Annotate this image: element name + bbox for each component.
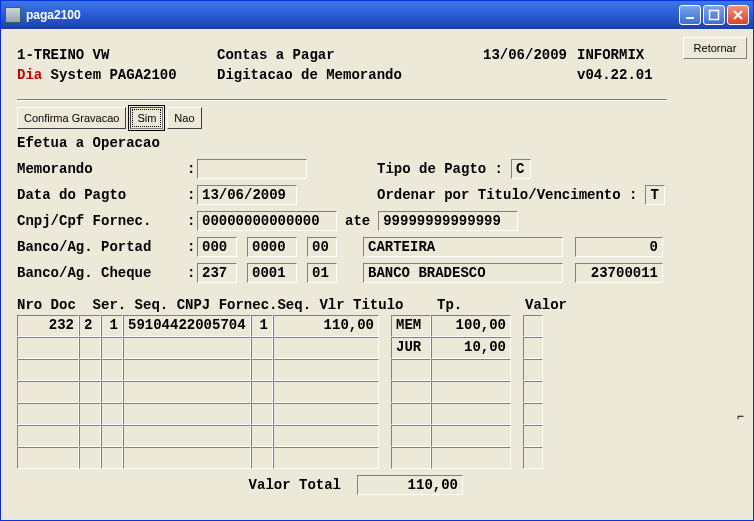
header-date: 13/06/2009 (467, 45, 577, 65)
portad-ag-input[interactable] (247, 237, 297, 257)
cell-seq2[interactable] (251, 381, 273, 403)
cell-flag[interactable] (523, 359, 543, 381)
grid-flags (523, 315, 543, 469)
portad-banco-input[interactable] (197, 237, 237, 257)
cell-tp[interactable]: JUR (391, 337, 431, 359)
cell-flag[interactable] (523, 403, 543, 425)
cell-ser[interactable] (79, 337, 101, 359)
cell-flag[interactable] (523, 447, 543, 469)
cell-tp[interactable] (391, 447, 431, 469)
section-label: Efetua a Operacao (17, 135, 667, 151)
cell-tp[interactable] (391, 425, 431, 447)
cell-vlr[interactable]: 110,00 (273, 315, 379, 337)
cell-seq[interactable] (101, 447, 123, 469)
cell-tp[interactable] (391, 359, 431, 381)
cell-ser[interactable] (79, 381, 101, 403)
cell-flag[interactable] (523, 337, 543, 359)
cell-nrodoc[interactable] (17, 337, 79, 359)
table-headers: Nro Doc Ser. Seq. CNPJ Fornec.Seq. Vlr T… (17, 297, 667, 313)
cheque-ag-input[interactable] (247, 263, 297, 283)
cnpj-label: Cnpj/Cpf Fornec. (17, 213, 187, 229)
cell-seq2[interactable] (251, 337, 273, 359)
cell-vlr[interactable] (273, 447, 379, 469)
cnpj-from-input[interactable] (197, 211, 337, 231)
row-memorando: Memorando : Tipo de Pagto : (17, 159, 667, 179)
cell-ser[interactable] (79, 425, 101, 447)
cell-seq2[interactable] (251, 425, 273, 447)
cell-vlr[interactable] (273, 425, 379, 447)
side-panel: Retornar ⌐ (683, 35, 747, 514)
cell-flag[interactable] (523, 381, 543, 403)
cell-valor[interactable]: 10,00 (431, 337, 511, 359)
cell-seq[interactable] (101, 403, 123, 425)
cell-vlr[interactable] (273, 403, 379, 425)
cell-valor[interactable]: 100,00 (431, 315, 511, 337)
cell-vlr[interactable] (273, 337, 379, 359)
cell-seq[interactable] (101, 337, 123, 359)
nao-button[interactable]: Nao (167, 107, 201, 129)
cheque-banco-input[interactable] (197, 263, 237, 283)
cheque-num-input[interactable] (575, 263, 663, 283)
sim-button[interactable]: Sim (130, 107, 163, 129)
portad-nome-input[interactable] (363, 237, 563, 257)
cheque-dig-input[interactable] (307, 263, 337, 283)
memorando-input[interactable] (197, 159, 307, 179)
cell-cnpj[interactable] (123, 425, 251, 447)
cell-valor[interactable] (431, 359, 511, 381)
cell-cnpj[interactable] (123, 359, 251, 381)
cell-ser[interactable] (79, 359, 101, 381)
cell-nrodoc[interactable] (17, 403, 79, 425)
divider (17, 99, 667, 101)
cnpj-to-input[interactable] (378, 211, 518, 231)
cell-seq[interactable] (101, 425, 123, 447)
cell-seq2[interactable] (251, 359, 273, 381)
cell-tp[interactable] (391, 381, 431, 403)
cell-valor[interactable] (431, 381, 511, 403)
data-pagto-input[interactable] (197, 185, 297, 205)
cell-cnpj[interactable] (123, 337, 251, 359)
cell-seq2[interactable] (251, 403, 273, 425)
header-module: Contas a Pagar (217, 45, 467, 65)
cell-nrodoc[interactable] (17, 447, 79, 469)
portad-dig-input[interactable] (307, 237, 337, 257)
cell-vlr[interactable] (273, 359, 379, 381)
tipo-pagto-label: Tipo de Pagto : (317, 161, 511, 177)
portad-saldo-input[interactable] (575, 237, 663, 257)
cell-vlr[interactable] (273, 381, 379, 403)
cell-valor[interactable] (431, 403, 511, 425)
cheque-nome-input[interactable] (363, 263, 563, 283)
ordenar-input[interactable] (645, 185, 665, 205)
cell-seq2[interactable]: 1 (251, 315, 273, 337)
app-icon (5, 7, 21, 23)
cell-valor[interactable] (431, 447, 511, 469)
cell-tp[interactable] (391, 403, 431, 425)
maximize-button[interactable] (703, 5, 725, 25)
cell-valor[interactable] (431, 425, 511, 447)
close-button[interactable] (727, 5, 749, 25)
retornar-button[interactable]: Retornar (683, 37, 747, 59)
tipo-pagto-input[interactable] (511, 159, 531, 179)
cell-tp[interactable]: MEM (391, 315, 431, 337)
cell-seq[interactable]: 1 (101, 315, 123, 337)
cell-cnpj[interactable] (123, 447, 251, 469)
cell-nrodoc[interactable] (17, 425, 79, 447)
cell-ser[interactable] (79, 447, 101, 469)
cell-seq[interactable] (101, 381, 123, 403)
cell-seq[interactable] (101, 359, 123, 381)
cell-ser[interactable]: 2 (79, 315, 101, 337)
minimize-button[interactable] (679, 5, 701, 25)
caret-icon: ⌐ (737, 410, 744, 424)
cell-seq2[interactable] (251, 447, 273, 469)
cell-cnpj[interactable]: 59104422005704 (123, 315, 251, 337)
cell-nrodoc[interactable] (17, 381, 79, 403)
cell-nrodoc[interactable] (17, 359, 79, 381)
cell-cnpj[interactable] (123, 381, 251, 403)
titlebar[interactable]: paga2100 (1, 1, 753, 29)
cell-cnpj[interactable] (123, 403, 251, 425)
cell-flag[interactable] (523, 315, 543, 337)
confirm-gravacao-button[interactable]: Confirma Gravacao (17, 107, 126, 129)
row-banco-cheque: Banco/Ag. Cheque : (17, 263, 667, 283)
cell-flag[interactable] (523, 425, 543, 447)
cell-ser[interactable] (79, 403, 101, 425)
cell-nrodoc[interactable]: 232 (17, 315, 79, 337)
